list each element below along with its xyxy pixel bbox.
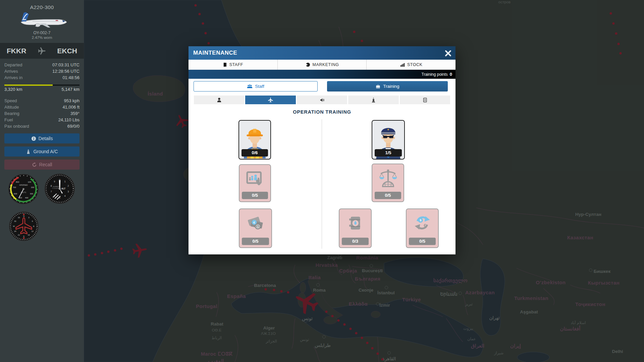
monument-icon (371, 97, 376, 103)
tab-stock-label: STOCK (407, 62, 422, 67)
staff-toggle-label: Staff (255, 84, 264, 89)
training-card-checkin[interactable]: 0/5 (239, 164, 271, 202)
svg-text:3: 3 (28, 217, 29, 219)
currency-exchange-icon: $ € (411, 212, 433, 234)
category-ledger-tab[interactable] (400, 96, 450, 104)
tab-stock[interactable]: STOCK (366, 60, 455, 70)
stat-row: Bearing359° (0, 110, 84, 117)
svg-text:24: 24 (14, 230, 16, 232)
origin-code: FKKR (7, 47, 26, 55)
trail-dot (331, 315, 334, 317)
training-card-pilot[interactable]: 1/5 (372, 120, 405, 160)
svg-text:3: 3 (67, 190, 69, 193)
route-plane-icon (37, 47, 46, 55)
tab-staff-label: STAFF (229, 62, 243, 67)
aircraft-wear: 2.47% worn (0, 36, 84, 40)
trail-dot (618, 43, 620, 45)
city-marker (387, 351, 391, 355)
trail-dot (199, 13, 201, 15)
ground-ac-button[interactable]: Ground A/C (4, 146, 79, 157)
modal-title: MAINTENANCE (189, 50, 237, 56)
ground-ac-label: Ground A/C (33, 149, 58, 154)
modal-header: MAINTENANCE (189, 46, 455, 60)
trail-dot (195, 4, 197, 7)
distance-row: 3,320 km 5,147 km (0, 87, 84, 92)
training-category-tabs (194, 96, 450, 104)
training-card-regulations[interactable]: 0/5 (372, 164, 404, 202)
category-landmark-tab[interactable] (348, 96, 398, 104)
trail-dot (371, 347, 374, 350)
training-card-fuel[interactable]: 0/3 (339, 208, 372, 248)
trail-dot (208, 42, 210, 45)
svg-text:7: 7 (51, 190, 52, 193)
training-card-finance[interactable]: € 1 0/5 (239, 208, 272, 248)
aircraft-model: A220-300 (0, 4, 84, 10)
trail-dot (205, 32, 207, 35)
svg-text:6: 6 (32, 220, 33, 222)
speaker-icon (319, 97, 325, 103)
svg-text:8: 8 (51, 185, 52, 187)
svg-text:AIRSPEED: AIRSPEED (19, 184, 28, 186)
category-operations-tab[interactable] (245, 96, 296, 104)
training-toggle-label: Training (383, 84, 399, 89)
trail-dot (337, 319, 340, 322)
svg-text:300: 300 (30, 193, 34, 195)
svg-text:4: 4 (64, 195, 66, 197)
training-level-badge: 0/5 (375, 192, 401, 199)
trail-dot (287, 291, 289, 294)
svg-text:200: 200 (31, 186, 35, 188)
close-icon (445, 50, 451, 57)
city-marker (370, 264, 373, 267)
trail-dot (366, 342, 369, 344)
trail-dot (361, 40, 363, 42)
trail-dot (381, 358, 384, 361)
category-staff-tab[interactable] (194, 96, 244, 104)
details-button[interactable]: Details (4, 133, 79, 143)
svg-text:21: 21 (18, 234, 20, 236)
trail-dot (325, 311, 328, 313)
trail-dot (265, 288, 267, 291)
tab-marketing[interactable]: MARKETING (277, 60, 367, 70)
airspeed-gauge: AIRSPEED KNOTS 100200300400500600700800 (8, 174, 39, 204)
close-button[interactable] (443, 49, 453, 58)
compass-gauge: N36E1215S2124W3033 (9, 211, 39, 241)
recall-button[interactable]: Recall (4, 160, 79, 170)
training-toggle-button[interactable]: Training (327, 81, 448, 92)
svg-text:W: W (13, 225, 15, 227)
staff-toggle-button[interactable]: Staff (194, 81, 318, 92)
category-marketing-tab[interactable] (297, 96, 347, 104)
trail-dot (94, 253, 97, 256)
runway-icon (26, 149, 31, 154)
bar-chart-icon (400, 62, 405, 67)
info-icon (31, 136, 36, 141)
aircraft-icon[interactable] (129, 241, 149, 260)
trail-dot (353, 31, 356, 33)
svg-text:€: € (253, 221, 255, 224)
flight-stats: Speed953 kph Altitude41,006 ft Bearing35… (0, 98, 84, 129)
training-card-ground-crew[interactable]: 0/6 (238, 120, 271, 160)
time-row: Departed07:03:31 UTC (0, 62, 84, 68)
svg-text:CALIBRATED: CALIBRATED (53, 186, 59, 187)
distance-progress-bar (4, 84, 79, 86)
svg-text:30: 30 (14, 220, 16, 222)
trail-dot (620, 52, 622, 55)
flight-times: Departed07:03:31 UTC Arrives12:28:56 UTC… (0, 62, 84, 81)
time-row: Arrives12:28:56 UTC (0, 68, 84, 74)
city-marker (316, 283, 320, 287)
svg-text:€: € (424, 223, 426, 228)
tab-marketing-label: MARKETING (313, 62, 339, 67)
svg-text:600: 600 (14, 193, 17, 195)
crown-icon (375, 84, 381, 89)
trail-dot (101, 252, 103, 254)
training-card-currency[interactable]: $ € 0/5 (406, 208, 439, 248)
tab-staff[interactable]: STAFF (189, 60, 277, 70)
svg-text:2: 2 (67, 185, 69, 187)
svg-text:33: 33 (18, 217, 20, 219)
aircraft-image (16, 10, 68, 31)
svg-text:100: 100 (28, 181, 32, 183)
svg-text:800: 800 (16, 181, 19, 183)
svg-text:0: 0 (59, 179, 60, 181)
svg-text:15: 15 (28, 234, 30, 236)
svg-text:E: E (33, 225, 35, 227)
trail-dot (343, 323, 346, 326)
